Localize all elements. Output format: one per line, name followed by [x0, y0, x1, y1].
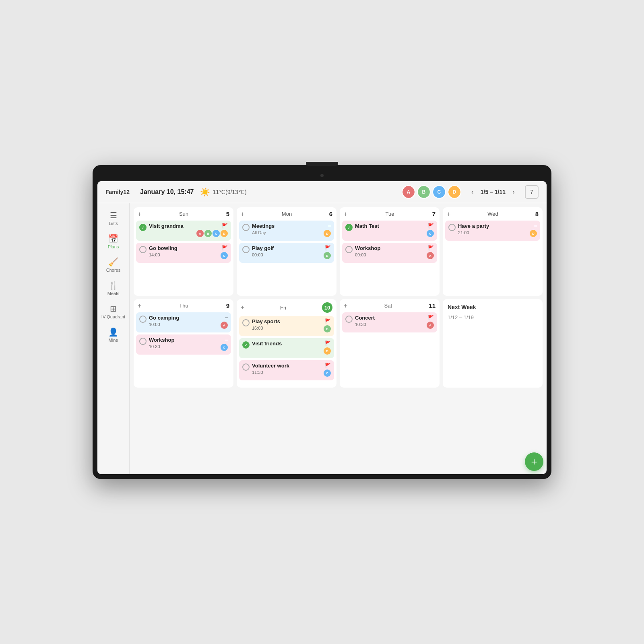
event-flag: –	[534, 223, 537, 229]
day-name-wed: Wed	[487, 211, 498, 217]
event-flag: 🚩	[428, 223, 434, 229]
event-flag: 🚩	[325, 363, 331, 368]
avatar[interactable]: D	[448, 185, 461, 199]
day-name-mon: Mon	[282, 211, 292, 217]
add-event-sun[interactable]: +	[138, 211, 141, 217]
next-week-range: 1/12 – 1/19	[448, 314, 538, 320]
event-checkbox-play-sports[interactable]	[242, 319, 250, 326]
sidebar-item-mine[interactable]: 👤 Mine	[100, 324, 127, 346]
event-title: Visit friends	[252, 341, 324, 347]
day-number-tue: 7	[432, 211, 436, 217]
event-avatar: A	[221, 322, 228, 329]
event-play-golf[interactable]: Play golf 00:00 🚩 B	[239, 243, 334, 263]
meals-icon: 🍴	[108, 281, 118, 290]
event-avatar: C	[324, 369, 331, 377]
event-avatars: A B C D	[196, 230, 228, 237]
day-number-mon: 6	[329, 211, 332, 217]
calendar-icon-button[interactable]: 7	[525, 185, 539, 199]
day-number-sun: 5	[226, 211, 229, 217]
event-meetings[interactable]: Meetings All Day – D	[239, 221, 334, 241]
event-play-sports[interactable]: Play sports 16:00 🚩 B	[239, 316, 334, 336]
sidebar-item-plans[interactable]: 📅 Plans	[100, 231, 127, 252]
add-event-fri[interactable]: +	[241, 304, 244, 311]
event-avatars: B	[324, 325, 331, 332]
day-number-sat: 11	[429, 302, 436, 309]
event-checkbox-math-test[interactable]: ✓	[345, 224, 353, 231]
event-checkbox-workshop-thu[interactable]	[139, 338, 147, 345]
camera-dot	[320, 174, 324, 177]
event-checkbox-go-camping[interactable]	[139, 316, 147, 323]
day-header-thu: + Thu 9	[134, 299, 233, 312]
event-checkbox-go-bowling[interactable]	[139, 246, 147, 253]
events-sat: Concert 10:30 🚩 A	[340, 312, 440, 335]
event-title: Play golf	[252, 245, 324, 252]
add-event-tue[interactable]: +	[344, 211, 347, 217]
event-title: Go camping	[149, 315, 221, 322]
event-title: Volunteer work	[252, 363, 324, 369]
add-event-sat[interactable]: +	[344, 303, 347, 309]
event-avatars: A	[427, 322, 434, 329]
event-flag: 🚩	[325, 341, 331, 346]
event-visit-grandma[interactable]: ✓ Visit grandma 🚩 A	[136, 221, 231, 241]
day-header-fri: + Fri 10	[237, 299, 336, 316]
event-checkbox-visit-grandma[interactable]: ✓	[139, 224, 147, 231]
event-checkbox-volunteer-work[interactable]	[242, 363, 250, 371]
prev-week-button[interactable]: ‹	[468, 187, 477, 197]
event-title: Play sports	[252, 318, 324, 325]
event-visit-friends[interactable]: ✓ Visit friends 🚩 D	[239, 338, 334, 358]
event-time: 16:00	[252, 326, 324, 330]
sidebar-item-iv-quadrant[interactable]: ⊞ IV Quadrant	[100, 301, 127, 322]
add-event-mon[interactable]: +	[241, 211, 244, 217]
avatar[interactable]: A	[402, 185, 415, 199]
fab-add-button[interactable]: +	[525, 452, 543, 471]
event-time: 14:00	[149, 252, 221, 257]
day-name-thu: Thu	[179, 303, 188, 309]
event-math-test[interactable]: ✓ Math Test 🚩 C	[342, 221, 437, 241]
calendar-row-1: + Sun 5 ✓ Visit grandma	[134, 207, 543, 296]
event-flag: 🚩	[428, 245, 434, 251]
calendar-area: + Sun 5 ✓ Visit grandma	[130, 203, 547, 474]
event-checkbox-meetings[interactable]	[242, 224, 250, 231]
event-workshop-tue[interactable]: Workshop 09:00 🚩 A	[342, 243, 437, 263]
day-name-sun: Sun	[179, 211, 188, 217]
event-concert[interactable]: Concert 10:30 🚩 A	[342, 312, 437, 332]
avatar[interactable]: C	[432, 185, 446, 199]
day-header-mon: + Mon 6	[237, 207, 336, 221]
event-workshop-thu[interactable]: Workshop 10:30 – C	[136, 334, 231, 355]
event-go-bowling[interactable]: Go bowling 14:00 🚩 C	[136, 243, 231, 263]
sidebar-label-mine: Mine	[109, 338, 118, 343]
plans-icon: 📅	[108, 234, 118, 244]
event-checkbox-play-golf[interactable]	[242, 246, 250, 253]
event-title: Concert	[355, 315, 427, 322]
event-go-camping[interactable]: Go camping 10:00 – A	[136, 312, 231, 332]
next-week-button[interactable]: ›	[509, 187, 518, 197]
sidebar-label-meals: Meals	[107, 291, 119, 296]
event-flag: 🚩	[325, 245, 331, 251]
sidebar-item-lists[interactable]: ☰ Lists	[100, 207, 127, 229]
avatar[interactable]: B	[417, 185, 431, 199]
event-avatar: D	[221, 230, 228, 237]
event-time: 11:30	[252, 370, 324, 375]
add-event-thu[interactable]: +	[138, 303, 141, 309]
event-checkbox-workshop-tue[interactable]	[345, 246, 353, 253]
event-avatars: B	[324, 252, 331, 259]
event-avatar: A	[196, 230, 204, 237]
event-volunteer-work[interactable]: Volunteer work 11:30 🚩 C	[239, 360, 334, 380]
event-checkbox-have-party[interactable]	[448, 224, 456, 231]
day-header-tue: + Tue 7	[340, 207, 440, 221]
calendar-row-2: + Thu 9 Go camping	[134, 299, 543, 388]
day-column-fri: + Fri 10 Play sports	[237, 299, 336, 388]
add-event-wed[interactable]: +	[447, 211, 450, 217]
device-top-bar	[97, 170, 547, 181]
event-have-party[interactable]: Have a party 21:00 – D	[445, 221, 540, 241]
event-time: 21:00	[458, 230, 530, 235]
event-time: All Day	[252, 230, 324, 235]
day-column-tue: + Tue 7 ✓ Math Test	[340, 207, 440, 296]
event-checkbox-concert[interactable]	[345, 316, 353, 323]
event-checkbox-visit-friends[interactable]: ✓	[242, 341, 250, 349]
sidebar-item-chores[interactable]: 🧹 Chores	[100, 254, 127, 276]
event-flag: –	[225, 337, 228, 343]
device-top-accessory	[306, 162, 338, 166]
sidebar-item-meals[interactable]: 🍴 Meals	[100, 277, 127, 299]
family-name: Family12	[105, 189, 134, 195]
